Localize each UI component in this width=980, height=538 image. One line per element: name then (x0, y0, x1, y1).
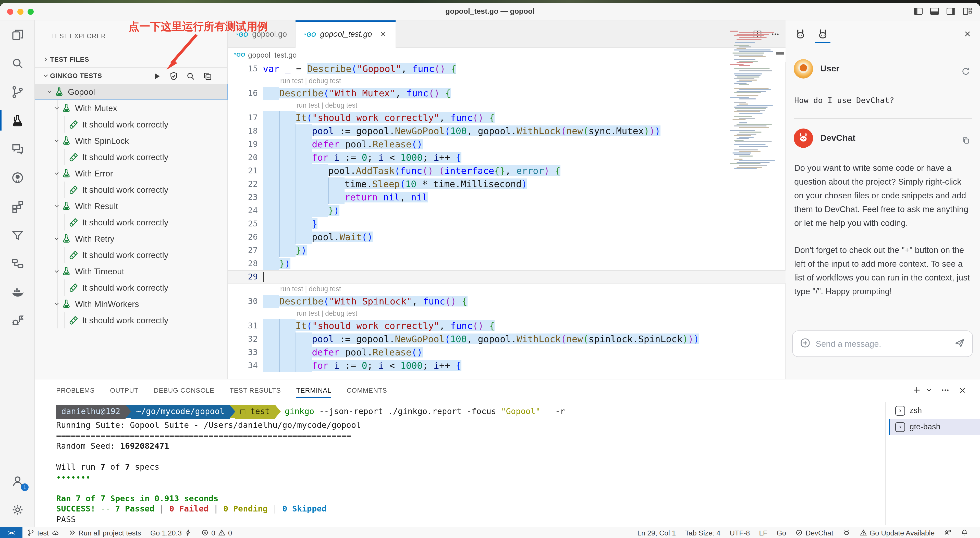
code-line-34[interactable]: 34for i := 0; i < 1000; i++ { (228, 359, 786, 372)
tree-item-it-should-work-correctly[interactable]: It should work correctly (35, 247, 228, 263)
tree-item-with-spinlock[interactable]: With SpinLock (35, 133, 228, 149)
activity-remote-explorer[interactable] (0, 249, 35, 278)
panel-tab-problems[interactable]: PROBLEMS (56, 379, 95, 401)
layout-sidebar-left-icon[interactable] (913, 6, 924, 17)
tree-item-it-should-work-correctly[interactable]: It should work correctly (35, 181, 228, 198)
code-line-22[interactable]: 22time.Sleep(10 * time.Millisecond) (228, 178, 786, 191)
status-feedback[interactable] (939, 527, 956, 538)
code-line-25[interactable]: 25} (228, 217, 786, 230)
code-line-21[interactable]: 21pool.AddTask(func() (interface{}, erro… (228, 164, 786, 178)
code-line-30[interactable]: 30Describe("With SpinLock", func() { (228, 295, 786, 308)
code-line-28[interactable]: 28}) (228, 257, 786, 270)
status-go-version[interactable]: Go 1.20.3 (146, 527, 197, 538)
tree-item-with-timeout[interactable]: With Timeout (35, 263, 228, 279)
activity-accounts[interactable]: 1 (0, 467, 35, 495)
run-test-link[interactable]: run test (280, 285, 303, 293)
activity-github[interactable] (0, 163, 35, 192)
run-test-link[interactable]: run test (297, 309, 320, 317)
scrollbar-thumb[interactable] (776, 52, 784, 55)
activity-source-control[interactable] (0, 78, 35, 106)
panel-tab-devchat-view-2[interactable] (816, 24, 829, 45)
activity-test-funnel[interactable] (0, 220, 35, 249)
breadcrumb[interactable]: GO gopool_test.go (228, 48, 786, 62)
activity-debug[interactable] (0, 306, 35, 335)
copy-icon[interactable] (961, 136, 971, 145)
chat-message-input[interactable] (816, 339, 950, 349)
code-line-32[interactable]: 32pool := gopool.NewGoPool(100, gopool.W… (228, 332, 786, 346)
status-encoding[interactable]: UTF-8 (725, 527, 754, 538)
run-test-link[interactable]: run test (297, 102, 320, 109)
regenerate-icon[interactable] (961, 66, 971, 76)
layout-sidebar-right-icon[interactable] (945, 6, 956, 17)
status-notifications[interactable] (956, 527, 973, 538)
activity-explorer[interactable] (0, 21, 35, 49)
code-line-15[interactable]: 15var _ = Describe("Gopool", func() { (228, 62, 786, 76)
activity-comments[interactable] (0, 135, 35, 163)
activity-extensions[interactable] (0, 192, 35, 220)
status-tab-size[interactable]: Tab Size: 4 (680, 527, 725, 538)
status-devchat-rabbit[interactable] (838, 527, 855, 538)
tree-item-it-should-work-correctly[interactable]: It should work correctly (35, 149, 228, 165)
status-go-update[interactable]: Go Update Available (855, 527, 939, 538)
code-line-24[interactable]: 24}) (228, 204, 786, 217)
shield-check-icon[interactable] (169, 71, 179, 81)
panel-tab-devchat-view-1[interactable] (794, 24, 807, 45)
status-problems[interactable]: 00 (197, 527, 237, 538)
status-git-branch[interactable]: test (22, 527, 64, 538)
terminal-instance-zsh[interactable]: ›zsh (889, 402, 980, 419)
send-icon[interactable] (955, 337, 965, 350)
new-terminal-icon[interactable] (912, 386, 921, 395)
search-icon[interactable] (185, 71, 196, 81)
status-remote-indicator[interactable]: >< (0, 527, 22, 538)
code-line-23[interactable]: 23return nil, nil (228, 191, 786, 204)
activity-settings[interactable] (0, 495, 35, 524)
code-line-18[interactable]: 18pool := gopool.NewGoPool(100, gopool.W… (228, 124, 786, 138)
tree-item-with-retry[interactable]: With Retry (35, 230, 228, 247)
run-test-link[interactable]: run test (280, 77, 303, 85)
status-run-all-project-tests[interactable]: Run all project tests (64, 527, 146, 538)
tree-item-it-should-work-correctly[interactable]: It should work correctly (35, 214, 228, 230)
editor-tab-gopool_test.go[interactable]: GOgopool_test.go✕ (296, 21, 396, 48)
debug-test-link[interactable]: debug test (325, 102, 357, 109)
tree-item-it-should-work-correctly[interactable]: It should work correctly (35, 312, 228, 329)
status-language-mode[interactable]: Go (772, 527, 791, 538)
section-ginkgo-tests[interactable]: GINKGO TESTS (35, 67, 228, 84)
code-line-16[interactable]: 16Describe("With Mutex", func() { (228, 87, 786, 100)
close-icon[interactable] (963, 30, 972, 38)
status-cursor-position[interactable]: Ln 29, Col 1 (633, 527, 680, 538)
status-devchat-status[interactable]: DevChat (791, 527, 838, 538)
terminal-dropdown-icon[interactable] (925, 387, 932, 394)
tree-item-with-result[interactable]: With Result (35, 198, 228, 214)
tree-item-with-error[interactable]: With Error (35, 165, 228, 181)
code-line-31[interactable]: 31It("should work correctly", func() { (228, 319, 786, 332)
panel-tab-terminal[interactable]: TERMINAL (296, 379, 331, 401)
code-line-20[interactable]: 20for i := 0; i < 1000; i++ { (228, 151, 786, 164)
debug-test-link[interactable]: debug test (325, 309, 357, 317)
terminal-output[interactable]: danielhu@192~/go/mycode/gopool□ testgink… (56, 405, 893, 525)
tree-item-with-minworkers[interactable]: With MinWorkers (35, 296, 228, 312)
tree-item-gopool[interactable]: Gopool (35, 84, 228, 100)
terminal-instance-gte-bash[interactable]: ›gte-bash (889, 419, 980, 435)
code-line-33[interactable]: 33defer pool.Release() (228, 346, 786, 359)
activity-search[interactable] (0, 49, 35, 78)
minimap[interactable] (727, 21, 775, 337)
tree-item-it-should-work-correctly[interactable]: It should work correctly (35, 279, 228, 296)
add-context-icon[interactable] (800, 337, 811, 350)
panel-tab-comments[interactable]: COMMENTS (347, 379, 387, 401)
panel-tab-debug-console[interactable]: DEBUG CONSOLE (154, 379, 215, 401)
code-line-29[interactable]: 29 (228, 270, 786, 284)
collapse-all-icon[interactable] (202, 71, 212, 81)
debug-test-link[interactable]: debug test (309, 285, 341, 293)
code-editor[interactable]: 15var _ = Describe("Gopool", func() {run… (228, 62, 786, 379)
tree-item-with-mutex[interactable]: With Mutex (35, 100, 228, 116)
run-all-icon[interactable] (151, 71, 162, 81)
code-line-27[interactable]: 27}) (228, 244, 786, 257)
layout-customize-icon[interactable] (962, 6, 973, 17)
close-tab-icon[interactable]: ✕ (379, 30, 387, 38)
panel-more-icon[interactable] (941, 386, 950, 395)
panel-tab-output[interactable]: OUTPUT (110, 379, 138, 401)
status-eol[interactable]: LF (754, 527, 772, 538)
code-line-19[interactable]: 19defer pool.Release() (228, 138, 786, 151)
debug-test-link[interactable]: debug test (309, 77, 341, 85)
close-panel-icon[interactable] (958, 386, 967, 394)
